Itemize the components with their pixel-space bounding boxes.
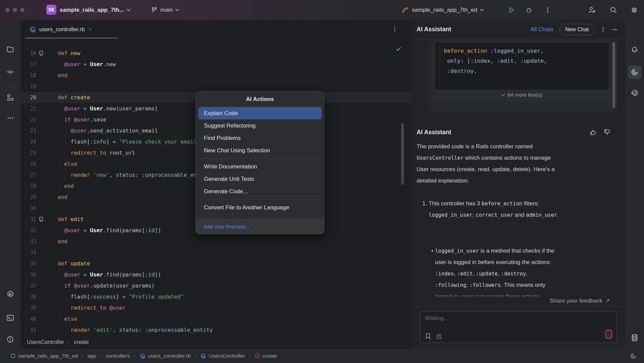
code-line[interactable]: 33end: [20, 236, 412, 247]
line-number[interactable]: 32: [20, 227, 36, 234]
line-number[interactable]: 28: [20, 183, 36, 189]
line-number[interactable]: 29: [20, 194, 36, 200]
menu-item-find-problems[interactable]: Find Problems: [198, 132, 322, 144]
project-folder-icon[interactable]: [4, 42, 17, 56]
line-number[interactable]: 17: [20, 61, 36, 67]
line-number[interactable]: 18: [20, 72, 36, 79]
code-line[interactable]: 37 if @user.update(user_params): [20, 280, 412, 291]
more-actions-kebab[interactable]: [544, 0, 551, 20]
new-chat-button[interactable]: New Chat: [559, 24, 594, 35]
structure-icon[interactable]: [4, 91, 17, 104]
code-with-me-button[interactable]: [588, 0, 596, 20]
code-line[interactable]: 34: [20, 247, 412, 258]
line-number[interactable]: 27: [20, 172, 36, 178]
breadcrumb-item[interactable]: create: [74, 339, 89, 345]
line-number[interactable]: 22: [20, 117, 36, 123]
panel-options-kebab[interactable]: [600, 26, 606, 33]
more-tool-windows-icon[interactable]: [4, 111, 17, 125]
save-icon[interactable]: [436, 333, 442, 340]
menu-item-new-chat-using-selection[interactable]: New Chat Using Selection: [198, 144, 322, 157]
line-number[interactable]: 37: [20, 283, 36, 289]
tab-options-kebab[interactable]: [391, 25, 398, 33]
close-icon[interactable]: [88, 28, 92, 32]
branch-selector[interactable]: main: [151, 0, 179, 20]
line-number[interactable]: 33: [20, 239, 36, 245]
all-chats-link[interactable]: All Chats: [531, 26, 553, 33]
expand-more-lines[interactable]: 64 more line(s): [435, 90, 609, 100]
line-number[interactable]: 39: [20, 305, 36, 311]
line-number[interactable]: 41: [20, 327, 36, 333]
ai-chat-tool-icon[interactable]: [628, 86, 641, 100]
ai-assistant-tool-icon[interactable]: [628, 65, 641, 79]
line-number[interactable]: 25: [20, 150, 36, 156]
problems-icon[interactable]: [4, 332, 17, 346]
menu-item-write-documentation[interactable]: Write Documentation: [198, 160, 322, 173]
menu-item-add-your-prompts[interactable]: Add Your Prompts...: [196, 219, 324, 234]
status-breadcrumb-userscontroller[interactable]: UsersController: [200, 353, 245, 359]
line-number[interactable]: 19: [20, 84, 36, 90]
line-number[interactable]: 23: [20, 128, 36, 134]
line-number[interactable]: 16: [20, 50, 36, 56]
thumbs-down-icon[interactable]: [603, 128, 611, 136]
project-selector[interactable]: sample_rails_app_7th...: [60, 0, 130, 20]
code-line[interactable]: 18end: [20, 70, 412, 81]
menu-item-generate-code[interactable]: Generate Code...: [198, 185, 322, 198]
run-configuration[interactable]: sample_rails_app_7th_ed: [401, 0, 484, 20]
line-number[interactable]: 35: [20, 261, 36, 267]
breadcrumb-item[interactable]: UsersController: [27, 339, 64, 345]
menu-item-suggest-refactoring[interactable]: Suggest Refactoring: [198, 119, 322, 132]
line-number[interactable]: 30: [20, 205, 36, 211]
code-line[interactable]: 19: [20, 81, 412, 92]
database-icon[interactable]: [628, 331, 641, 345]
line-number[interactable]: 34: [20, 250, 36, 256]
run-button[interactable]: [507, 0, 516, 20]
line-number[interactable]: 24: [20, 139, 36, 145]
search-everywhere-button[interactable]: [609, 0, 618, 20]
status-breadcrumb-create[interactable]: mcreate: [255, 353, 277, 359]
line-number[interactable]: 36: [20, 272, 36, 278]
message-scrollbar[interactable]: [612, 42, 615, 108]
minimize-icon[interactable]: [612, 27, 618, 33]
status-breadcrumb-app[interactable]: app: [88, 353, 96, 359]
menu-item-generate-unit-tests[interactable]: Generate Unit Tests: [198, 173, 322, 185]
window-control-dot[interactable]: [20, 8, 24, 12]
editor-scrollbar[interactable]: [401, 123, 404, 185]
bookmark-note-icon[interactable]: [38, 216, 44, 222]
commit-icon[interactable]: [4, 65, 17, 79]
line-number[interactable]: 21: [20, 106, 36, 112]
menu-item-explain-code[interactable]: Explain Code: [198, 107, 322, 119]
code-line[interactable]: 17 @user = User.new: [20, 59, 412, 70]
line-number[interactable]: 38: [20, 294, 36, 300]
debug-button[interactable]: [525, 0, 533, 20]
status-breadcrumb-users-controller-rb[interactable]: users_controller.rb: [140, 353, 191, 359]
line-number[interactable]: 40: [20, 316, 36, 322]
inspections-ok-check-icon[interactable]: [395, 46, 402, 52]
notifications-bell-icon[interactable]: [628, 43, 641, 57]
status-breadcrumb-controllers[interactable]: controllers: [106, 353, 130, 359]
menu-item-convert-file-to-another-language[interactable]: Convert File to Another Language: [198, 201, 322, 214]
line-number[interactable]: 20: [20, 95, 36, 101]
ai-status-icon[interactable]: [629, 352, 637, 360]
prompt-library-icon[interactable]: [424, 332, 432, 340]
bookmark-note-icon[interactable]: [38, 50, 44, 56]
chat-messages[interactable]: before_action :logged_in_user, only: [:i…: [412, 39, 625, 297]
line-number[interactable]: 26: [20, 161, 36, 167]
code-line[interactable]: 41 render 'edit', status: :unprocessable…: [20, 324, 412, 335]
window-control-dot[interactable]: [5, 8, 10, 12]
window-control-dot[interactable]: [13, 8, 17, 12]
code-line[interactable]: 39 redirect_to @user: [20, 302, 412, 313]
chat-input[interactable]: Waiting...: [420, 311, 617, 343]
code-line[interactable]: 40 else: [20, 313, 412, 324]
terminal-icon[interactable]: [4, 311, 17, 324]
services-run-icon[interactable]: [4, 288, 17, 301]
code-line[interactable]: 35def update: [20, 258, 412, 269]
code-line[interactable]: 38 flash[:success] = "Profile updated": [20, 291, 412, 302]
editor-breadcrumbs[interactable]: UsersController›create: [20, 336, 412, 348]
share-feedback-link[interactable]: Share your feedback↗: [550, 297, 610, 304]
settings-gear-icon[interactable]: [630, 0, 639, 20]
tab-users-controller[interactable]: users_controller.rb: [25, 20, 96, 39]
code-line[interactable]: 16def new: [20, 48, 412, 59]
thumbs-up-icon[interactable]: [589, 128, 597, 136]
code-line[interactable]: 36 @user = User.find(params[:id]): [20, 269, 412, 280]
status-breadcrumb-sample-rails-app-7th-ed[interactable]: sample_rails_app_7th_ed: [10, 353, 78, 359]
